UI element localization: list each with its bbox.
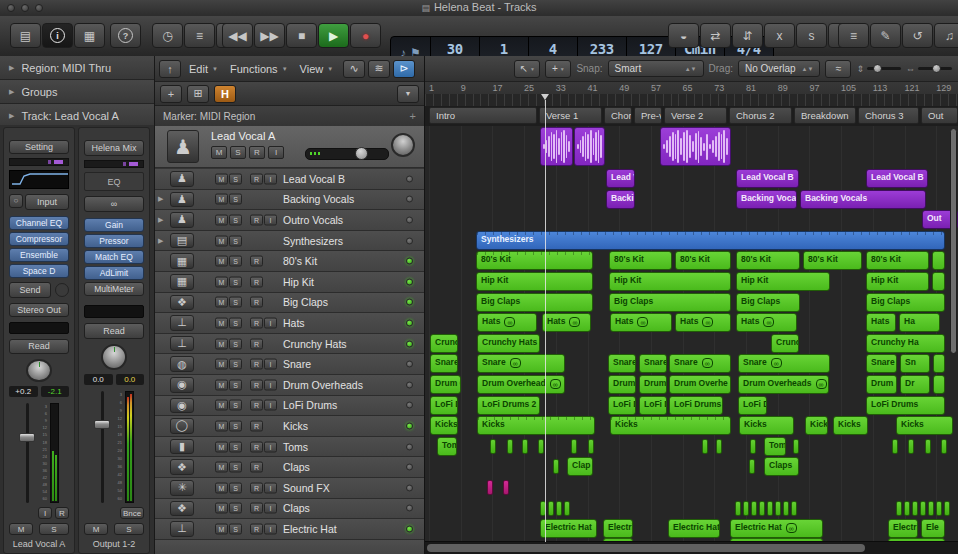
secondary-tool-button[interactable]: +▼ bbox=[545, 60, 571, 78]
track-record-button[interactable]: R bbox=[250, 441, 263, 452]
region-80-s-kit[interactable]: 80's Kit bbox=[736, 251, 800, 270]
marker-chorus-3[interactable]: Chorus 3 bbox=[858, 107, 919, 124]
region-hats[interactable]: Hats∞ bbox=[610, 313, 672, 332]
midi-note-bar[interactable] bbox=[538, 439, 544, 454]
inspector-button[interactable]: i bbox=[42, 23, 73, 48]
track-input-button[interactable]: I bbox=[268, 146, 284, 159]
track-solo-button[interactable]: S bbox=[229, 297, 242, 308]
midi-note-bar[interactable] bbox=[908, 439, 914, 454]
track-record-button[interactable]: R bbox=[250, 276, 263, 287]
region-synthesizers[interactable]: Synthesizers bbox=[476, 231, 945, 250]
midi-note-bar[interactable] bbox=[749, 459, 755, 474]
region-electri[interactable]: Electri bbox=[603, 519, 633, 538]
region-lead-v[interactable]: Lead V bbox=[606, 169, 635, 188]
track-solo-button[interactable]: S bbox=[229, 482, 242, 493]
region-crunchy-ha[interactable]: Crunchy Ha bbox=[866, 334, 945, 353]
midi-note-bar[interactable] bbox=[588, 439, 594, 454]
view-menu[interactable]: View▼ bbox=[296, 61, 338, 77]
mute-button[interactable]: M bbox=[9, 523, 33, 535]
pointer-tool-button[interactable]: ↖▼ bbox=[514, 60, 540, 78]
region-crunch[interactable]: Crunch bbox=[771, 334, 799, 353]
track-solo-button[interactable]: S bbox=[229, 235, 242, 246]
marker-verse-2[interactable]: Verse 2 bbox=[664, 107, 727, 124]
region-big-claps[interactable]: Big Claps bbox=[736, 293, 800, 312]
track-header-lofi-drums[interactable]: ◉MSRILoFi Drums bbox=[155, 396, 424, 417]
track-header-lead-vocal-b[interactable]: ♟MSRILead Vocal B bbox=[155, 169, 424, 190]
track-solo-button[interactable]: S bbox=[229, 276, 242, 287]
bar-ruler[interactable]: 191725334149576573818997105113121129 bbox=[425, 82, 958, 107]
region-drum[interactable]: Drum bbox=[639, 375, 667, 394]
track-input-button[interactable]: I bbox=[264, 503, 277, 514]
track-volume-slider[interactable] bbox=[305, 148, 389, 160]
track-input-button[interactable]: I bbox=[264, 482, 277, 493]
region-tom[interactable]: Tom bbox=[764, 437, 786, 456]
track-mute-button[interactable]: M bbox=[215, 503, 228, 514]
midi-note-bar[interactable] bbox=[751, 501, 757, 516]
track-mute-button[interactable]: M bbox=[215, 338, 228, 349]
marker-verse-1[interactable]: Verse 1 bbox=[539, 107, 602, 124]
region-hats[interactable]: Hats∞ bbox=[542, 313, 591, 332]
track-record-button[interactable]: R bbox=[250, 462, 263, 473]
track-solo-button[interactable]: S bbox=[229, 462, 242, 473]
track-mute-button[interactable]: M bbox=[215, 276, 228, 287]
region-hats[interactable]: Hats∞ bbox=[675, 313, 731, 332]
volume-value[interactable]: 0.0 bbox=[84, 374, 113, 385]
track-on-indicator[interactable] bbox=[406, 216, 413, 223]
automation-mode-button[interactable]: Read bbox=[84, 323, 144, 339]
media-button[interactable]: ▦ bbox=[74, 23, 105, 48]
region-80-s-kit[interactable]: 80's Kit bbox=[866, 251, 929, 270]
track-solo-button[interactable]: S bbox=[229, 173, 242, 184]
audio-region[interactable] bbox=[574, 127, 605, 166]
track-record-button[interactable]: R bbox=[250, 400, 263, 411]
track-pan-knob[interactable] bbox=[391, 133, 415, 157]
track-solo-button[interactable]: S bbox=[229, 400, 242, 411]
track-header-crunchy-hats[interactable]: ⊥MSRCrunchy Hats bbox=[155, 334, 424, 355]
playhead-handle[interactable] bbox=[541, 94, 549, 100]
plugin-slot[interactable]: Channel EQ bbox=[9, 216, 69, 230]
input-format-button[interactable]: ○ bbox=[9, 194, 23, 208]
input-monitor-button[interactable]: I bbox=[38, 507, 52, 519]
track-solo-button[interactable]: S bbox=[229, 214, 242, 225]
track-solo-button[interactable]: S bbox=[229, 194, 242, 205]
track-header-electric-hat[interactable]: ⊥MSRIElectric Hat bbox=[155, 519, 424, 540]
region-80-s-kit[interactable]: 80's Kit bbox=[476, 251, 593, 270]
peak-value[interactable]: 0.0 bbox=[116, 374, 145, 385]
region-big-claps[interactable]: Big Claps bbox=[609, 293, 731, 312]
plugin-slot[interactable]: AdLimit bbox=[84, 266, 144, 280]
region-hip-kit[interactable]: Hip Kit bbox=[476, 272, 593, 291]
midi-note-magenta[interactable] bbox=[503, 480, 509, 495]
region-sn[interactable]: Sn bbox=[900, 354, 930, 373]
solo-button[interactable]: S bbox=[114, 523, 144, 535]
track-record-button[interactable]: R bbox=[250, 359, 263, 370]
track-mute-button[interactable]: M bbox=[211, 146, 227, 159]
midi-note-bar[interactable] bbox=[571, 439, 577, 454]
track-mute-button[interactable]: M bbox=[215, 462, 228, 473]
group-slot[interactable] bbox=[84, 305, 144, 318]
region-blank[interactable] bbox=[933, 354, 945, 373]
track-on-indicator[interactable] bbox=[406, 464, 413, 471]
channel-strip-name[interactable]: Lead Vocal A bbox=[7, 539, 71, 549]
add-track-button[interactable]: + bbox=[160, 85, 182, 103]
setting-button[interactable]: Setting bbox=[9, 140, 69, 154]
waveform-zoom-button[interactable]: ≈ bbox=[825, 60, 851, 78]
region-lead-vocal-b[interactable]: Lead Vocal B bbox=[866, 169, 928, 188]
midi-note-bar[interactable] bbox=[944, 501, 950, 516]
output-format-button[interactable]: ∞ bbox=[84, 196, 144, 212]
plugin-slot[interactable]: MultiMeter bbox=[84, 282, 144, 296]
audio-region[interactable] bbox=[660, 127, 731, 166]
midi-note-bar[interactable] bbox=[925, 439, 931, 454]
region-kicks[interactable]: Kicks bbox=[896, 416, 953, 435]
horizontal-zoom-slider[interactable]: ⇔ bbox=[906, 64, 952, 74]
track-input-button[interactable]: I bbox=[264, 173, 277, 184]
disclosure-triangle-icon[interactable]: ▶ bbox=[158, 237, 163, 245]
region-claps[interactable]: Claps bbox=[764, 457, 799, 476]
marker-track-header[interactable]: Marker: MIDI Region + bbox=[155, 106, 424, 127]
track-solo-button[interactable]: S bbox=[229, 441, 242, 452]
region-80-s-kit[interactable]: 80's Kit bbox=[609, 251, 672, 270]
region-hats[interactable]: Hats∞ bbox=[736, 313, 797, 332]
region-backing-vocals[interactable]: Backing Vocals bbox=[736, 190, 797, 209]
track-solo-button[interactable]: S bbox=[229, 317, 242, 328]
peak-value[interactable]: -2.1 bbox=[41, 386, 70, 397]
track-record-button[interactable]: R bbox=[250, 297, 263, 308]
track-mute-button[interactable]: M bbox=[215, 297, 228, 308]
